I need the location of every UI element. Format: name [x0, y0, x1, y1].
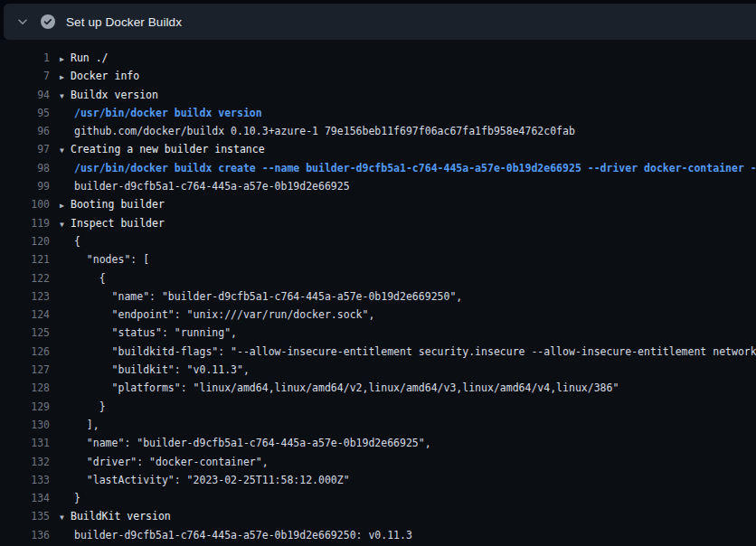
- log-line: 120{: [0, 232, 756, 250]
- log-text: {: [74, 232, 80, 250]
- line-number[interactable]: 132: [0, 453, 50, 471]
- log-line[interactable]: 1▶Run ./: [0, 49, 756, 67]
- group-title: Creating a new builder instance: [71, 140, 265, 158]
- log-lines: 1▶Run ./7▶Docker info94▼Buildx version95…: [0, 49, 756, 544]
- line-number[interactable]: 94: [0, 86, 50, 104]
- log-line: 95/usr/bin/docker buildx version: [0, 104, 756, 122]
- log-text: "lastActivity": "2023-02-25T11:58:12.000…: [74, 471, 350, 489]
- log-text: "buildkitd-flags": "--allow-insecure-ent…: [74, 343, 756, 361]
- step-title: Set up Docker Buildx: [66, 15, 182, 29]
- line-number[interactable]: 121: [0, 250, 50, 268]
- step-header[interactable]: Set up Docker Buildx: [4, 4, 756, 40]
- log-line: 123 "name": "builder-d9cfb5a1-c764-445a-…: [0, 287, 756, 306]
- group-title: Booting builder: [71, 195, 165, 213]
- log-text: builder-d9cfb5a1-c764-445a-a57e-0b19d2e6…: [74, 526, 412, 544]
- line-number[interactable]: 131: [0, 434, 50, 452]
- check-circle-icon: [41, 14, 55, 29]
- triangle-collapsed-icon: ▶: [60, 51, 68, 69]
- log-text: ],: [74, 416, 99, 434]
- line-number[interactable]: 96: [0, 122, 50, 140]
- line-number[interactable]: 129: [0, 398, 50, 416]
- line-number[interactable]: 124: [0, 306, 50, 324]
- log-line: 128 "platforms": "linux/amd64,linux/amd6…: [0, 379, 756, 397]
- line-number[interactable]: 127: [0, 361, 50, 379]
- log-line: 132 "driver": "docker-container",: [0, 453, 756, 471]
- line-number[interactable]: 1: [0, 49, 50, 67]
- log-line: 126 "buildkitd-flags": "--allow-insecure…: [0, 343, 756, 361]
- log-line: 130 ],: [0, 416, 756, 434]
- line-number[interactable]: 134: [0, 489, 50, 507]
- log-text: "platforms": "linux/amd64,linux/amd64/v2…: [74, 379, 619, 397]
- line-number[interactable]: 98: [0, 159, 50, 177]
- group-title: Inspect builder: [71, 214, 165, 232]
- log-line[interactable]: 119▼Inspect builder: [0, 214, 756, 232]
- line-number[interactable]: 136: [0, 526, 50, 544]
- log-line: 98/usr/bin/docker buildx create --name b…: [0, 159, 756, 177]
- log-line: 121 "nodes": [: [0, 250, 756, 268]
- log-text: github.com/docker/buildx 0.10.3+azure-1 …: [74, 122, 575, 140]
- log-line: 125 "status": "running",: [0, 324, 756, 342]
- log-line: 99builder-d9cfb5a1-c764-445a-a57e-0b19d2…: [0, 177, 756, 195]
- line-number[interactable]: 125: [0, 324, 50, 342]
- log-line[interactable]: 97▼Creating a new builder instance: [0, 140, 756, 158]
- log-text: "name": "builder-d9cfb5a1-c764-445a-a57e…: [74, 287, 462, 306]
- triangle-expanded-icon: ▼: [60, 88, 68, 106]
- log-area: 1▶Run ./7▶Docker info94▼Buildx version95…: [0, 40, 756, 546]
- log-line: 96github.com/docker/buildx 0.10.3+azure-…: [0, 122, 756, 140]
- log-text: }: [74, 398, 106, 416]
- line-number[interactable]: 135: [0, 507, 50, 525]
- log-text: builder-d9cfb5a1-c764-445a-a57e-0b19d2e6…: [74, 177, 350, 195]
- log-line[interactable]: 100▶Booting builder: [0, 195, 756, 213]
- line-number[interactable]: 97: [0, 140, 50, 158]
- line-number[interactable]: 128: [0, 379, 50, 397]
- command-text: /usr/bin/docker buildx create --name bui…: [74, 159, 756, 177]
- triangle-expanded-icon: ▼: [60, 216, 68, 234]
- log-text: }: [74, 489, 80, 507]
- chevron-down-icon[interactable]: [15, 14, 30, 29]
- log-line: 131 "name": "builder-d9cfb5a1-c764-445a-…: [0, 434, 756, 452]
- line-number[interactable]: 100: [0, 195, 50, 213]
- log-line: 124 "endpoint": "unix:///var/run/docker.…: [0, 306, 756, 324]
- log-text: "status": "running",: [74, 324, 237, 342]
- triangle-collapsed-icon: ▶: [60, 69, 68, 87]
- log-text: "nodes": [: [74, 250, 149, 268]
- log-text: "buildkit": "v0.11.3",: [74, 361, 250, 379]
- group-title: Run ./: [71, 49, 109, 67]
- log-text: {: [74, 269, 106, 287]
- triangle-collapsed-icon: ▶: [60, 197, 68, 215]
- line-number[interactable]: 7: [0, 67, 50, 85]
- line-number[interactable]: 99: [0, 177, 50, 195]
- group-title: Docker info: [71, 67, 139, 85]
- line-number[interactable]: 120: [0, 232, 50, 250]
- line-number[interactable]: 130: [0, 416, 50, 434]
- group-title: Buildx version: [71, 86, 158, 104]
- log-text: "name": "builder-d9cfb5a1-c764-445a-a57e…: [74, 434, 431, 452]
- triangle-expanded-icon: ▼: [60, 142, 68, 160]
- log-text: "driver": "docker-container",: [74, 453, 269, 471]
- group-title: BuildKit version: [71, 507, 171, 525]
- line-number[interactable]: 126: [0, 343, 50, 361]
- command-text: /usr/bin/docker buildx version: [74, 104, 262, 122]
- log-line[interactable]: 135▼BuildKit version: [0, 507, 756, 525]
- log-text: "endpoint": "unix:///var/run/docker.sock…: [74, 306, 374, 324]
- log-line: 127 "buildkit": "v0.11.3",: [0, 361, 756, 379]
- log-line: 134}: [0, 489, 756, 507]
- log-line: 136builder-d9cfb5a1-c764-445a-a57e-0b19d…: [0, 526, 756, 544]
- line-number[interactable]: 123: [0, 287, 50, 306]
- line-number[interactable]: 95: [0, 104, 50, 122]
- log-line: 129 }: [0, 398, 756, 416]
- triangle-expanded-icon: ▼: [60, 509, 68, 527]
- line-number[interactable]: 122: [0, 269, 50, 287]
- line-number[interactable]: 119: [0, 214, 50, 232]
- log-line: 133 "lastActivity": "2023-02-25T11:58:12…: [0, 471, 756, 489]
- log-line: 122 {: [0, 269, 756, 287]
- log-line[interactable]: 94▼Buildx version: [0, 86, 756, 104]
- log-line[interactable]: 7▶Docker info: [0, 67, 756, 85]
- line-number[interactable]: 133: [0, 471, 50, 489]
